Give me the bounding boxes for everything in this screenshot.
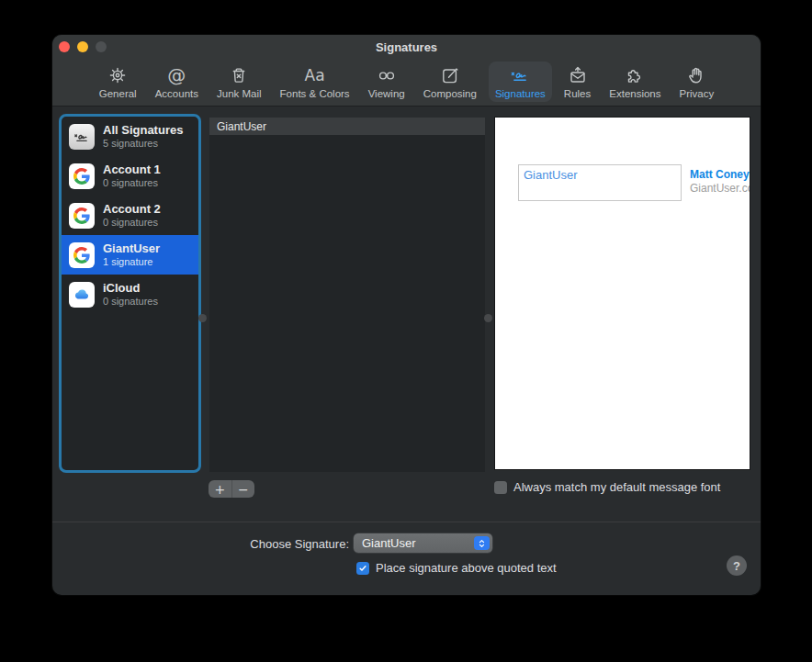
google-icon <box>69 242 95 268</box>
tab-general[interactable]: General <box>93 62 143 102</box>
account-row-all-signatures[interactable]: All Signatures 5 signatures <box>62 117 198 156</box>
tab-label: Signatures <box>495 88 546 99</box>
gear-icon <box>107 63 129 87</box>
hand-icon <box>685 63 707 87</box>
contact-name: Matt Coneyb <box>690 168 750 182</box>
tab-label: Accounts <box>155 88 198 99</box>
tab-fonts-colors[interactable]: Aa Fonts & Colors <box>274 62 356 102</box>
popup-selected-value: GiantUser <box>354 536 474 550</box>
account-name: iCloud <box>103 282 158 297</box>
account-row-giantuser-selected[interactable]: GiantUser 1 signature <box>62 235 198 275</box>
account-signature-count: 0 signatures <box>103 297 158 307</box>
pane-resize-handle[interactable] <box>484 314 492 322</box>
tab-signatures-selected[interactable]: Signatures <box>489 62 552 102</box>
google-icon <box>69 163 95 189</box>
signatures-list: GiantUser <box>209 118 485 472</box>
google-icon <box>69 203 95 229</box>
tab-label: Viewing <box>368 88 405 99</box>
desktop-background: Signatures General @ Accounts Junk Ma <box>0 0 812 662</box>
fonts-aa-icon: Aa <box>305 63 325 87</box>
choose-signature-popup[interactable]: GiantUser <box>354 533 492 553</box>
signature-placeholder-box: GiantUser <box>518 164 682 201</box>
footer-divider <box>52 522 761 522</box>
place-above-label: Place signature above quoted text <box>376 561 557 575</box>
tab-rules[interactable]: Rules <box>558 62 597 102</box>
tab-label: Composing <box>423 88 477 99</box>
accounts-list: All Signatures 5 signatures Account 1 0 … <box>59 114 201 473</box>
window-title: Signatures <box>52 40 761 54</box>
account-name: GiantUser <box>103 242 160 257</box>
account-row-account-1[interactable]: Account 1 0 signatures <box>62 156 198 196</box>
tab-accounts[interactable]: @ Accounts <box>149 62 205 102</box>
tab-junk-mail[interactable]: Junk Mail <box>210 62 268 102</box>
place-above-checkbox-checked[interactable] <box>356 562 369 575</box>
account-name: All Signatures <box>103 124 183 139</box>
signature-contact-block: Matt Coneyb GiantUser.co <box>690 168 750 196</box>
window-header: Signatures General @ Accounts Junk Ma <box>52 35 761 107</box>
preferences-toolbar: General @ Accounts Junk Mail Aa Fonts & … <box>52 60 761 106</box>
tab-label: Fonts & Colors <box>280 88 350 99</box>
tab-privacy[interactable]: Privacy <box>673 62 721 102</box>
tab-label: Junk Mail <box>217 88 262 99</box>
account-row-icloud[interactable]: iCloud 0 signatures <box>62 275 198 314</box>
icloud-icon <box>69 282 95 308</box>
add-signature-button[interactable]: + <box>209 480 232 498</box>
tab-label: Rules <box>564 88 591 99</box>
match-font-label: Always match my default message font <box>513 480 720 494</box>
glasses-icon <box>376 63 398 87</box>
tab-label: Extensions <box>609 88 660 99</box>
tab-label: General <box>99 88 137 99</box>
signature-preview-pane[interactable]: GiantUser Matt Coneyb GiantUser.co <box>494 117 750 470</box>
signature-scribble-icon <box>508 63 532 87</box>
tab-label: Privacy <box>680 88 715 99</box>
account-name: Account 2 <box>103 203 161 218</box>
at-sign-icon: @ <box>167 63 186 87</box>
signature-add-remove-control: + − <box>209 480 254 498</box>
mail-preferences-window: Signatures General @ Accounts Junk Ma <box>52 35 761 595</box>
remove-signature-button[interactable]: − <box>232 480 255 498</box>
place-above-option: Place signature above quoted text <box>356 561 557 575</box>
choose-signature-label: Choose Signature: <box>218 537 349 551</box>
account-signature-count: 1 signature <box>103 257 160 267</box>
account-signature-count: 0 signatures <box>103 218 161 228</box>
match-font-option: Always match my default message font <box>494 480 720 494</box>
account-row-account-2[interactable]: Account 2 0 signatures <box>62 196 198 235</box>
pane-resize-handle[interactable] <box>198 314 207 322</box>
signature-list-item[interactable]: GiantUser <box>209 118 485 135</box>
puzzle-icon <box>624 63 646 87</box>
popup-chevrons-icon <box>474 536 490 550</box>
contact-domain: GiantUser.co <box>690 182 750 196</box>
match-font-checkbox-unchecked[interactable] <box>494 481 507 494</box>
account-signature-count: 5 signatures <box>103 139 183 149</box>
envelope-rules-icon <box>567 63 589 87</box>
trash-x-icon <box>228 63 250 87</box>
tab-extensions[interactable]: Extensions <box>603 62 667 102</box>
tab-viewing[interactable]: Viewing <box>362 62 412 102</box>
compose-pencil-icon <box>439 63 461 87</box>
account-signature-count: 0 signatures <box>103 178 161 188</box>
help-button[interactable]: ? <box>727 555 747 576</box>
tab-composing[interactable]: Composing <box>417 62 483 102</box>
signature-icon <box>69 124 95 150</box>
account-name: Account 1 <box>103 163 161 178</box>
